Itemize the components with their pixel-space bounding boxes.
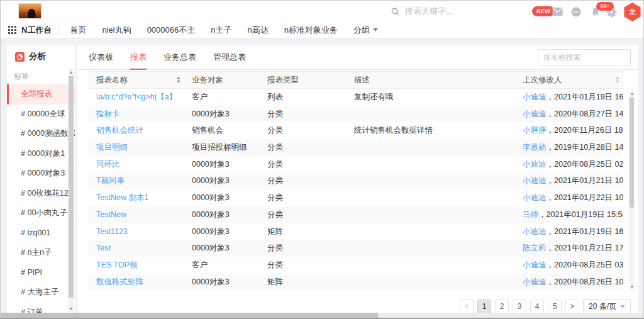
nav-group-menu[interactable]: 分组: [353, 25, 378, 36]
nav-item[interactable]: niel丸钩: [102, 25, 131, 36]
report-name-link[interactable]: TES TOP额: [96, 260, 138, 269]
modifier-link[interactable]: 小迪迪: [523, 176, 547, 185]
report-name-link[interactable]: 数值格式矩阵: [96, 277, 143, 286]
modifier-link[interactable]: 马帅: [523, 210, 538, 219]
nav-item[interactable]: 首页: [70, 25, 86, 36]
modified-time: ，2020年08月25日 02:20: [547, 160, 624, 169]
mail-icon[interactable]: [552, 7, 563, 16]
table-row: 同环比0000对象3分类小迪迪，2020年08月25日 02:20: [89, 156, 623, 173]
sidebar-scrollbar[interactable]: ▲ ▼: [68, 69, 74, 312]
modifier-link[interactable]: 小迪迪: [523, 260, 547, 269]
next-page-button[interactable]: >: [565, 299, 579, 313]
modifier-link[interactable]: 小迪迪: [523, 160, 547, 169]
table-row: 项目明细项目招投标明细分类李雅勋，2019年10月28日 14:10: [89, 139, 623, 156]
sidebar-tag-item[interactable]: # lzq001: [7, 223, 75, 243]
sidebar-tag-item[interactable]: # 0000对象1: [7, 144, 75, 164]
modifier-link[interactable]: 小迪迪: [523, 227, 547, 236]
scroll-down-icon[interactable]: ▼: [629, 283, 635, 290]
report-name-link[interactable]: 销售机会统计: [96, 126, 143, 135]
table-scrollbar[interactable]: ▲ ▼: [629, 90, 635, 290]
report-name-link[interactable]: 指标卡: [96, 109, 120, 118]
sidebar-tag-item[interactable]: # PIPI: [7, 263, 75, 283]
report-search-box[interactable]: [538, 49, 631, 65]
nav-item[interactable]: n高达: [248, 25, 269, 36]
prev-page-button[interactable]: <: [460, 299, 474, 313]
cell-business-object: 0000对象3: [184, 106, 260, 123]
workspace-title[interactable]: N工作台: [21, 25, 52, 36]
table-scroll-thumb[interactable]: [630, 98, 634, 208]
cell-report-name: 销售机会统计: [89, 122, 184, 139]
page-size-select[interactable]: 20 条/页: [583, 299, 631, 314]
nav-item[interactable]: n标准对象业务: [284, 25, 338, 36]
cell-report-name: Test1123: [89, 223, 184, 240]
report-name-link[interactable]: \a/b:c*d?e"f<g>h|【a】: [96, 92, 177, 101]
sort-icon[interactable]: [616, 77, 619, 83]
cell-last-modifier: 小迪迪，2021年01月21日 10:35: [515, 172, 623, 189]
nav-item[interactable]: 0000066不主: [147, 25, 196, 36]
user-avatar[interactable]: 龙: [623, 3, 641, 21]
modifier-link[interactable]: 陈立莉: [523, 243, 547, 252]
sidebar-scroll-thumb[interactable]: [69, 76, 74, 298]
apps-grid-icon[interactable]: [8, 26, 16, 34]
cell-business-object: 0000对象3: [184, 156, 260, 173]
page-button[interactable]: 1: [477, 299, 491, 313]
global-search[interactable]: 搜索关键字...: [391, 6, 453, 17]
report-search-input[interactable]: [538, 53, 644, 62]
modified-time: ，2019年10月28日 14:10: [547, 143, 624, 152]
sidebar-tag-item[interactable]: # 00玫瑰花12: [7, 184, 75, 204]
scroll-down-icon[interactable]: ▼: [68, 305, 74, 312]
column-header-object[interactable]: 业务对象: [184, 75, 260, 86]
scroll-up-icon[interactable]: ▲: [68, 69, 74, 76]
tab-active[interactable]: 报表: [130, 45, 147, 70]
report-name-link[interactable]: Test: [96, 243, 111, 252]
report-name-link[interactable]: 项目明细: [96, 143, 128, 152]
sidebar-item-all-reports[interactable]: 全部报表: [7, 84, 75, 104]
page-button[interactable]: 3: [513, 299, 526, 313]
page-button[interactable]: 2: [495, 299, 509, 313]
modifier-link[interactable]: 小迪迪: [523, 193, 547, 202]
column-header-type[interactable]: 报表类型: [260, 75, 347, 86]
horizontal-scroll-thumb[interactable]: [1, 313, 378, 318]
modifier-link[interactable]: 小迪迪: [523, 92, 547, 101]
report-name-link[interactable]: TestNew 副本1: [96, 193, 148, 202]
tab-item[interactable]: 业务总表: [164, 45, 196, 70]
sidebar-tag-item[interactable]: # n主n子: [7, 243, 75, 263]
scroll-up-icon[interactable]: ▲: [629, 90, 635, 97]
modifier-link[interactable]: 小迪迪: [523, 277, 547, 286]
column-label: 上次修改人: [523, 75, 562, 86]
cell-description: [347, 274, 515, 291]
sidebar-title: 分析: [29, 51, 46, 62]
sidebar-tag-item[interactable]: # 0000测函数123: [7, 124, 75, 144]
report-name-link[interactable]: Test1123: [96, 227, 128, 236]
report-name-link[interactable]: 同环比: [96, 160, 120, 169]
cell-report-type: 分类: [260, 206, 347, 223]
sidebar-tag-item[interactable]: # 0000对象3: [7, 164, 75, 184]
page-button[interactable]: 4: [530, 299, 544, 313]
tab-item[interactable]: 仪表板: [89, 45, 113, 70]
page-list: 12345: [477, 299, 562, 313]
column-label: 报表名称: [96, 75, 128, 86]
column-header-modifier[interactable]: 上次修改人: [515, 75, 623, 86]
modifier-link[interactable]: 小胖胖: [523, 126, 547, 135]
sidebar-tag-item[interactable]: # 大海主子: [7, 283, 75, 303]
nav-item[interactable]: n主子: [211, 25, 231, 36]
table-row: 销售机会统计销售机会分类统计销售机会数据详情小胖胖，2020年11月26日 18…: [89, 122, 623, 139]
modifier-link[interactable]: 李雅勋: [523, 143, 547, 152]
report-name-link[interactable]: T额同事: [96, 176, 125, 185]
sidebar-tag-item[interactable]: # 00小肉丸子: [7, 203, 75, 223]
sort-icon[interactable]: [177, 77, 180, 83]
new-badge[interactable]: NEW: [532, 6, 555, 16]
company-logo[interactable]: [18, 3, 42, 19]
tab-item[interactable]: 管理总表: [213, 45, 246, 70]
modifier-link[interactable]: 小迪迪: [523, 109, 547, 118]
column-header-name[interactable]: 报表名称: [89, 75, 184, 86]
cell-report-name: 数值格式矩阵: [89, 274, 184, 291]
chat-icon[interactable]: [571, 7, 581, 17]
report-name-link[interactable]: TestNew: [96, 210, 126, 219]
horizontal-scrollbar[interactable]: [1, 313, 643, 318]
sidebar-tag-item[interactable]: # 00000全球: [7, 104, 75, 125]
page-button[interactable]: 5: [548, 299, 562, 313]
cell-business-object: 销售机会: [184, 122, 260, 139]
column-header-desc[interactable]: 描述: [347, 75, 515, 86]
cell-report-type: 分类: [260, 189, 347, 206]
